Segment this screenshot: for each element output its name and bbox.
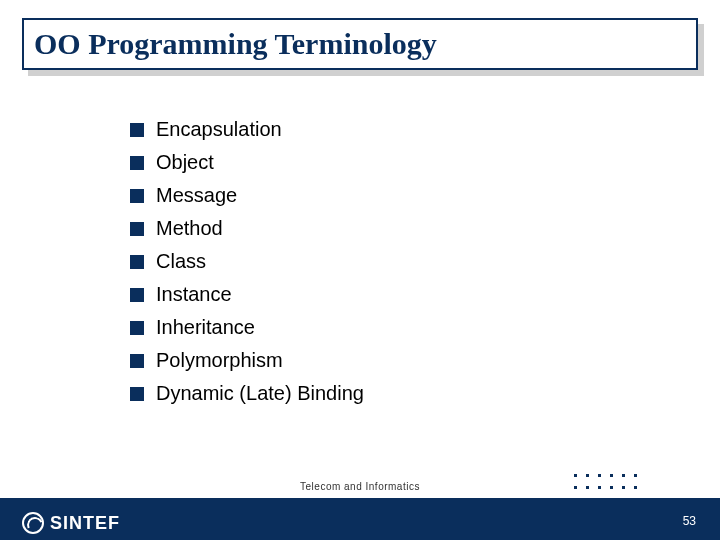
list-item-text: Message (156, 184, 237, 207)
bullet-list: Encapsulation Object Message Method Clas… (130, 118, 364, 415)
square-bullet-icon (130, 156, 144, 170)
list-item: Method (130, 217, 364, 240)
list-item-text: Polymorphism (156, 349, 283, 372)
list-item-text: Inheritance (156, 316, 255, 339)
square-bullet-icon (130, 222, 144, 236)
list-item: Object (130, 151, 364, 174)
title-box: OO Programming Terminology (22, 18, 698, 70)
list-item-text: Object (156, 151, 214, 174)
sintef-logo-text: SINTEF (50, 513, 120, 534)
list-item-text: Method (156, 217, 223, 240)
list-item: Instance (130, 283, 364, 306)
page-number: 53 (683, 514, 696, 528)
dot-grid-icon (574, 474, 642, 494)
sintef-logo: SINTEF (22, 512, 120, 534)
list-item: Dynamic (Late) Binding (130, 382, 364, 405)
sintef-logo-icon (22, 512, 44, 534)
list-item: Polymorphism (130, 349, 364, 372)
square-bullet-icon (130, 189, 144, 203)
square-bullet-icon (130, 387, 144, 401)
square-bullet-icon (130, 255, 144, 269)
list-item-text: Instance (156, 283, 232, 306)
list-item: Class (130, 250, 364, 273)
square-bullet-icon (130, 288, 144, 302)
slide-title: OO Programming Terminology (34, 27, 437, 61)
slide-title-container: OO Programming Terminology (22, 18, 698, 70)
list-item: Message (130, 184, 364, 207)
list-item-text: Encapsulation (156, 118, 282, 141)
list-item: Encapsulation (130, 118, 364, 141)
square-bullet-icon (130, 123, 144, 137)
square-bullet-icon (130, 321, 144, 335)
list-item-text: Class (156, 250, 206, 273)
list-item: Inheritance (130, 316, 364, 339)
list-item-text: Dynamic (Late) Binding (156, 382, 364, 405)
square-bullet-icon (130, 354, 144, 368)
